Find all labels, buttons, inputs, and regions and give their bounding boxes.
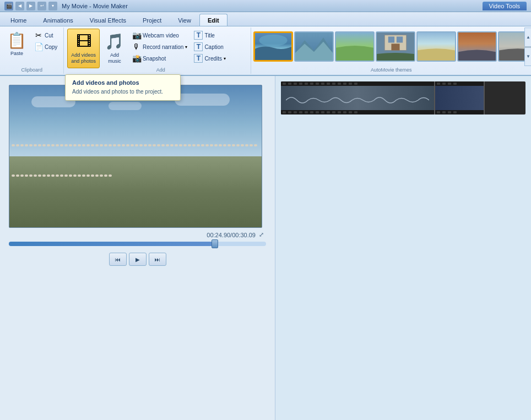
bird <box>148 144 151 146</box>
theme-thumb-5[interactable] <box>416 31 456 62</box>
bird <box>117 144 121 146</box>
bird <box>254 144 257 146</box>
film-hole <box>332 83 335 85</box>
paste-button[interactable]: 📋 Paste <box>3 29 30 68</box>
add-group: 🎞 Add videosand photos 🎵 Addmusic 📷 Webc… <box>64 28 251 74</box>
video-preview <box>9 85 262 228</box>
tab-home[interactable]: Home <box>2 14 35 26</box>
theme-thumb-4[interactable] <box>376 31 415 62</box>
bird <box>51 174 55 177</box>
add-music-button[interactable]: 🎵 Addmusic <box>101 29 128 68</box>
bird <box>34 174 37 177</box>
bird <box>91 174 94 177</box>
film-hole <box>316 111 319 113</box>
title-label: Title <box>204 32 215 39</box>
bird <box>227 144 231 146</box>
film-hole <box>316 83 319 85</box>
themes-scroll-down[interactable]: ▼ <box>524 47 531 67</box>
bird <box>34 144 37 146</box>
playback-controls: ⏮ ▶ ⏭ <box>9 253 266 266</box>
cut-button[interactable]: ✂ Cut <box>31 30 60 41</box>
credits-button[interactable]: T Credits ▾ <box>191 53 229 64</box>
copy-button[interactable]: 📄 Copy <box>31 41 60 52</box>
timeline-segment-1[interactable] <box>281 81 435 114</box>
bird <box>223 144 226 146</box>
timeline-strip[interactable] <box>281 81 525 114</box>
progress-thumb[interactable] <box>212 239 218 248</box>
bird <box>188 144 191 146</box>
play-button[interactable]: ▶ <box>129 253 147 266</box>
bird <box>201 144 204 146</box>
caption-label: Caption <box>204 44 223 50</box>
title-button[interactable]: T Title <box>191 30 229 41</box>
main-area: Add videos and photos Add videos and pho… <box>0 76 531 420</box>
bird <box>12 144 15 146</box>
bird <box>56 174 59 177</box>
progress-fill <box>9 242 215 246</box>
ribbon: 📋 Paste ✂ Cut 📄 Copy Clipboard 🎞 <box>0 26 531 76</box>
svg-rect-8 <box>392 43 400 50</box>
bird <box>219 144 222 146</box>
film-hole <box>338 83 341 85</box>
svg-rect-6 <box>388 36 394 42</box>
film-strip-bottom-2 <box>435 110 484 114</box>
bird <box>20 144 24 146</box>
theme-thumb-6[interactable] <box>457 31 497 62</box>
rewind-button[interactable]: ⏮ <box>109 253 127 266</box>
bird <box>42 174 46 177</box>
themes-scroll-up[interactable]: ▲ <box>524 28 531 47</box>
tab-visual-effects[interactable]: Visual Effects <box>82 14 134 26</box>
quick-access-undo[interactable]: ↩ <box>37 2 46 10</box>
film-hole <box>283 111 286 113</box>
snapshot-label: Snapshot <box>143 56 166 62</box>
tab-view[interactable]: View <box>170 14 199 26</box>
bird <box>69 174 72 177</box>
cloud-2 <box>109 102 142 110</box>
credits-label: Credits <box>204 56 222 62</box>
film-hole <box>299 111 302 113</box>
caption-button[interactable]: T Caption <box>191 41 229 52</box>
tab-edit[interactable]: Edit <box>199 14 227 26</box>
copy-icon: 📄 <box>34 42 43 51</box>
bird <box>197 144 200 146</box>
film-hole <box>437 111 440 113</box>
film-hole <box>343 83 346 85</box>
forward-button[interactable]: ⏭ <box>149 253 166 266</box>
film-hole <box>448 111 451 113</box>
bird <box>25 174 28 177</box>
quick-access-dropdown[interactable]: ▾ <box>48 2 57 10</box>
theme-thumb-2[interactable] <box>294 31 334 62</box>
bird <box>64 144 68 146</box>
theme-thumb-3[interactable] <box>335 31 375 62</box>
tab-project[interactable]: Project <box>134 14 170 26</box>
progress-bar[interactable] <box>9 242 266 246</box>
bird <box>166 144 169 146</box>
bird <box>192 144 196 146</box>
webcam-icon: 📷 <box>132 31 141 40</box>
film-hole <box>327 83 330 85</box>
webcam-label: Webcam video <box>143 32 179 39</box>
film-hole <box>321 83 324 85</box>
bird <box>20 174 24 177</box>
film-hole <box>448 83 451 85</box>
add-videos-button[interactable]: 🎞 Add videosand photos <box>67 29 100 68</box>
film-hole <box>299 83 302 85</box>
timeline-segment-2[interactable] <box>435 81 485 114</box>
copy-label: Copy <box>45 44 57 50</box>
expand-icon[interactable]: ⤢ <box>259 231 264 238</box>
tooltip-box: Add videos and photos Add videos and pho… <box>65 74 181 101</box>
bird <box>175 144 178 146</box>
theme-thumb-1[interactable] <box>253 31 293 62</box>
quick-access-back[interactable]: ◀ <box>15 2 24 10</box>
webcam-button[interactable]: 📷 Webcam video <box>129 30 190 41</box>
quick-access-forward[interactable]: ▶ <box>26 2 35 10</box>
snapshot-button[interactable]: 📸 Snapshot <box>129 53 190 64</box>
bird <box>245 144 248 146</box>
tab-animations[interactable]: Animations <box>35 14 81 26</box>
video-tools-badge: Video Tools <box>483 2 527 10</box>
bird <box>12 174 15 177</box>
app-icon: 🎬 <box>4 2 13 10</box>
cut-icon: ✂ <box>34 31 43 40</box>
narration-button[interactable]: 🎙 Record narration ▾ <box>129 41 190 52</box>
bird <box>104 144 107 146</box>
